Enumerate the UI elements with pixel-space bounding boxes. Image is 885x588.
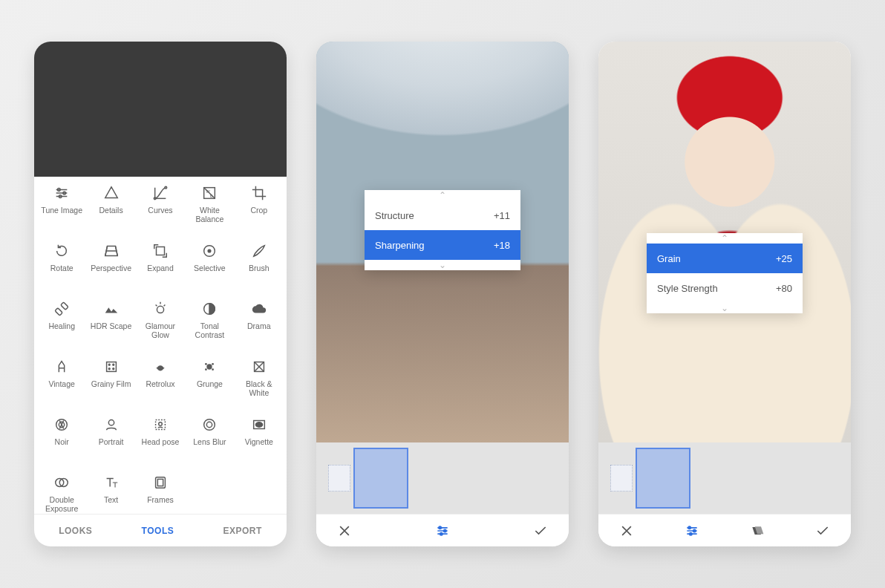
tool-details[interactable]: Details [86,184,135,242]
param-name: Style Strength [657,283,718,294]
tool-perspective[interactable]: Perspective [86,242,135,300]
svg-point-30 [159,422,163,426]
chevron-up-icon[interactable]: ⌃ [365,190,520,200]
frames-icon [151,474,169,491]
svg-point-18 [108,368,110,370]
tool-black-white[interactable]: Black & White [235,358,284,416]
glamour-glow-icon [151,300,169,318]
svg-point-40 [444,529,446,532]
svg-point-31 [204,419,215,431]
action-bar [598,514,851,546]
tool-tune-image[interactable]: Tune Image [37,184,86,242]
tool-white-balance[interactable]: WBWhite Balance [185,184,234,242]
history-thumb-original[interactable] [328,465,350,491]
svg-point-34 [255,422,262,427]
tool-text[interactable]: Text [86,474,135,514]
tool-crop[interactable]: Crop [235,184,284,242]
tool-label: Vignette [245,437,273,446]
tool-label: Healing [48,321,75,330]
tool-noir[interactable]: Noir [37,416,86,474]
details-icon [102,184,120,202]
photo-canvas[interactable]: ⌃ Grain+25Style Strength+80 ⌄ [598,42,851,442]
adjust-sliders-button[interactable] [677,523,707,538]
tab-looks[interactable]: LOOKS [51,526,99,536]
tool-grunge[interactable]: Grunge [185,358,234,416]
param-row-structure[interactable]: Structure+11 [365,200,520,230]
history-thumb-current[interactable] [636,448,690,509]
tool-label: Perspective [91,264,131,272]
tool-healing[interactable]: Healing [37,300,86,358]
crop-icon [250,184,268,202]
svg-text:W: W [206,189,211,194]
tool-vintage[interactable]: Vintage [37,358,86,416]
cancel-button[interactable] [330,523,359,538]
tool-label: Lens Blur [193,437,226,446]
tool-lens-blur[interactable]: Lens Blur [185,416,234,474]
svg-point-28 [108,420,114,425]
svg-point-16 [108,364,110,365]
styles-button[interactable] [742,523,772,538]
svg-rect-29 [156,420,166,430]
tool-curves[interactable]: Curves [136,184,185,242]
chevron-down-icon[interactable]: ⌄ [647,303,803,313]
tool-head-pose[interactable]: Head pose [136,416,185,474]
tool-label: Text [104,495,118,504]
svg-rect-38 [157,479,163,486]
perspective-icon [102,242,120,260]
tool-brush[interactable]: Brush [235,242,284,300]
tool-hdr-scape[interactable]: HDR Scape [86,300,135,358]
tool-tonal-contrast[interactable]: Tonal Contrast [185,300,234,358]
photo-canvas[interactable]: ⌃ Structure+11Sharpening+18 ⌄ [316,42,569,442]
tune-image-icon [53,184,71,202]
svg-rect-15 [106,362,116,372]
tool-label: Frames [147,495,174,504]
adjust-sliders-button[interactable] [428,523,457,538]
chevron-up-icon[interactable]: ⌃ [647,233,803,244]
brush-icon [250,242,268,260]
tool-portrait[interactable]: Portrait [86,416,135,474]
cancel-button[interactable] [612,523,641,538]
tool-retrolux[interactable]: Retrolux [136,358,185,416]
param-row-grain[interactable]: Grain+25 [647,244,803,273]
param-name: Grain [657,253,681,264]
history-strip [316,442,569,514]
double-exposure-icon [53,474,71,491]
history-thumb-original[interactable] [610,465,633,491]
tool-label: Retrolux [146,379,174,388]
tool-label: Curves [148,206,172,215]
tool-expand[interactable]: Expand [136,242,185,300]
portrait-icon [102,416,120,434]
apply-button[interactable] [808,523,837,538]
svg-point-39 [439,526,441,529]
chevron-down-icon[interactable]: ⌄ [365,260,520,270]
svg-point-10 [209,249,212,252]
tool-double-exposure[interactable]: Double Exposure [37,474,86,514]
history-thumb-current[interactable] [353,448,408,509]
tab-export[interactable]: EXPORT [216,526,270,536]
white-balance-icon: WB [200,184,218,202]
apply-button[interactable] [526,523,555,538]
param-row-sharpening[interactable]: Sharpening+18 [365,230,520,260]
tool-label: HDR Scape [91,321,131,330]
tool-selective[interactable]: Selective [185,242,234,300]
tool-label: Crop [250,206,267,215]
tool-glamour-glow[interactable]: Glamour Glow [136,300,185,358]
rotate-icon [53,242,71,260]
black-white-icon [250,358,268,376]
history-strip [598,442,851,514]
tool-label: Tune Image [41,206,82,215]
param-row-style-strength[interactable]: Style Strength+80 [647,273,803,303]
tool-drama[interactable]: Drama [235,300,284,358]
hdr-scape-icon [102,300,120,318]
tool-vignette[interactable]: Vignette [235,416,284,474]
tool-label: Portrait [99,437,124,446]
tool-rotate[interactable]: Rotate [37,242,86,300]
svg-point-42 [688,526,690,529]
tab-tools[interactable]: TOOLS [134,526,182,536]
vintage-icon [53,358,71,376]
tool-grainy-film[interactable]: Grainy Film [86,358,135,416]
svg-point-43 [693,529,696,532]
tool-frames[interactable]: Frames [136,474,185,514]
tool-label: Double Exposure [39,495,84,513]
healing-icon [53,300,71,318]
